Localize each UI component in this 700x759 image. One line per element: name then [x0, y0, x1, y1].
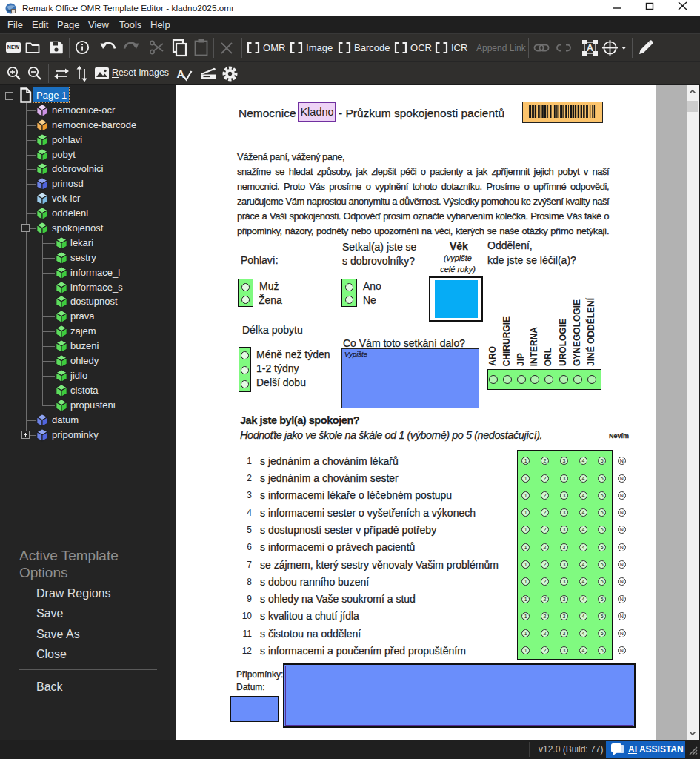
svg-text:A: A: [587, 42, 594, 53]
svg-text:A: A: [177, 67, 185, 80]
